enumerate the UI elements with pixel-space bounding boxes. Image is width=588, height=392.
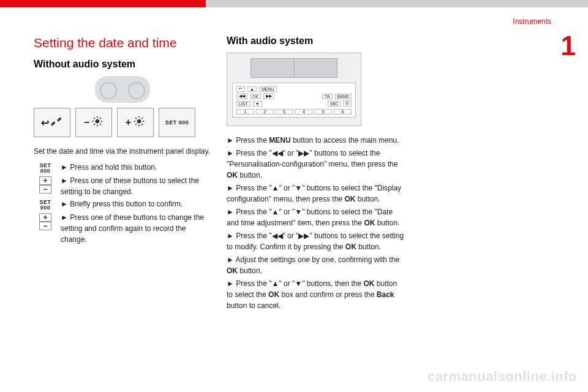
plus-icon: +	[39, 213, 51, 222]
back-wrench-button: ↩	[34, 108, 70, 137]
subheading-with-audio: With audio system	[227, 36, 404, 47]
radio-rewind-icon: ◀◀	[236, 93, 247, 99]
intro-text: Set the date and time via the instrument…	[34, 146, 211, 157]
instruction-item: Press the "▲" or "▼" buttons, then the O…	[227, 278, 404, 311]
step-1: SET 000 Press and hold this button.	[34, 162, 211, 174]
preset-2: 2	[256, 109, 274, 115]
minus-icon: −	[39, 185, 51, 194]
set-000-label: SET 000	[165, 119, 189, 126]
step-icon-set: SET 000	[34, 162, 57, 174]
minus-icon: −	[84, 117, 89, 128]
instruction-item: Press the "◀◀" or "▶▶" buttons to select…	[227, 230, 404, 252]
svg-line-6	[100, 124, 101, 125]
plus-brightness-button: +	[117, 108, 154, 137]
minus-icon: −	[39, 222, 51, 230]
instruction-item: Press the "◀◀" or "▶▶" buttons to select…	[227, 148, 404, 181]
chapter-number: 1	[561, 31, 576, 61]
accent-gray	[206, 0, 588, 7]
svg-line-17	[141, 118, 143, 119]
step-icon-set: SET 000	[34, 198, 57, 211]
instrument-cluster-icon	[95, 76, 150, 103]
preset-4: 4	[295, 109, 312, 115]
step-text: Press one of these buttons to change the…	[61, 212, 211, 245]
radio-up-icon: ▲	[247, 86, 257, 92]
step-icon-plus-minus: +−	[34, 175, 57, 194]
step-text: Briefly press this button to confirm.	[61, 198, 211, 209]
instruction-item: Press the MENU button to access the main…	[227, 135, 404, 146]
preset-5: 5	[314, 109, 332, 115]
watermark: carmanualsonline.info	[428, 369, 577, 385]
accent-red	[0, 0, 206, 7]
preset-3: 3	[276, 109, 293, 115]
radio-band-button: BAND	[335, 94, 352, 99]
svg-line-15	[141, 124, 143, 125]
radio-ok-button: OK	[250, 94, 261, 99]
back-arrow-icon: ↩	[41, 117, 49, 129]
radio-screen	[251, 58, 337, 78]
radio-forward-icon: ▶▶	[263, 93, 274, 99]
set-000-button: SET 000	[159, 108, 195, 137]
figure-instrument-panel: ↩ − + SET 000	[34, 76, 211, 137]
column-right: With audio system ↩ ▲ MENU ◀◀ OK ▶▶ TA B…	[227, 36, 404, 313]
radio-mic-button: MIC	[328, 101, 341, 107]
wrench-icon	[51, 115, 63, 130]
instruction-item: Adjust the settings one by one, confirmi…	[227, 254, 404, 276]
top-accent-bar	[0, 0, 588, 7]
subheading-without-audio: Without audio system	[34, 59, 211, 70]
instruction-item: Press the "▲" or "▼" buttons to select t…	[227, 206, 404, 228]
radio-back-icon: ↩	[236, 86, 245, 92]
instruction-item: Press the "▲" or "▼" buttons to select t…	[227, 183, 404, 205]
brightness-icon	[91, 115, 104, 130]
svg-line-7	[94, 124, 95, 125]
breadcrumb: Instruments	[513, 17, 551, 26]
radio-menu-button: MENU	[259, 86, 277, 92]
radio-list-button: LIST	[236, 101, 251, 107]
radio-controls: ↩ ▲ MENU ◀◀ OK ▶▶ TA BAND LIST ▼ MIC ✆	[232, 83, 356, 118]
svg-line-14	[135, 118, 137, 119]
column-left: Setting the date and time Without audio …	[34, 36, 211, 246]
step-2: +− Press one of these buttons to select …	[34, 175, 211, 197]
svg-point-9	[137, 119, 141, 124]
minus-brightness-button: −	[75, 108, 112, 137]
step-4: +− Press one of these buttons to change …	[34, 212, 211, 245]
radio-phone-icon: ✆	[343, 100, 352, 107]
instructions-list: Press the MENU button to access the main…	[227, 135, 404, 311]
plus-icon: +	[39, 176, 51, 185]
preset-6: 6	[334, 109, 352, 115]
section-title: Setting the date and time	[34, 36, 211, 50]
brightness-icon	[133, 115, 145, 130]
figure-audio-system: ↩ ▲ MENU ◀◀ OK ▶▶ TA BAND LIST ▼ MIC ✆	[227, 53, 361, 126]
svg-point-0	[96, 119, 100, 124]
step-icon-plus-minus: +−	[34, 212, 57, 230]
step-text: Press and hold this button.	[61, 162, 211, 173]
svg-line-5	[94, 118, 95, 119]
radio-down-icon: ▼	[253, 101, 262, 107]
svg-line-8	[100, 118, 101, 119]
step-3: SET 000 Briefly press this button to con…	[34, 198, 211, 211]
radio-presets: 1 2 3 4 5 6	[236, 109, 352, 115]
radio-ta-button: TA	[322, 94, 332, 99]
svg-line-16	[135, 124, 137, 125]
step-text: Press one of these buttons to select the…	[61, 175, 211, 197]
preset-1: 1	[236, 109, 254, 115]
button-row: ↩ − + SET 000	[34, 108, 211, 137]
plus-icon: +	[126, 117, 131, 128]
